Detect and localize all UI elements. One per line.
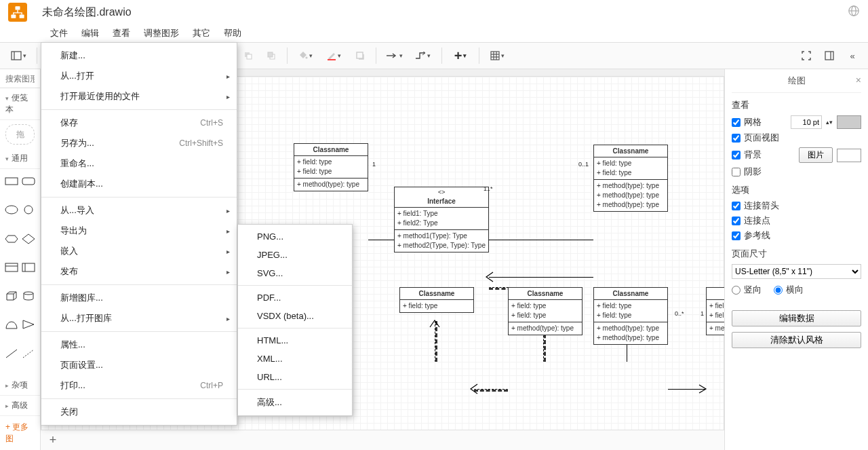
shape-cube[interactable]	[4, 288, 19, 304]
connection-dashed[interactable]	[474, 389, 508, 392]
sidebar-advanced[interactable]: 高级	[0, 396, 40, 416]
sidebar-scratchpad[interactable]: 便笺本	[0, 88, 40, 120]
export-menu-item[interactable]: SVG...	[238, 264, 352, 282]
shape-container[interactable]	[22, 259, 37, 276]
export-menu-item[interactable]: VSDX (beta)...	[238, 307, 352, 325]
menu-help[interactable]: 帮助	[217, 24, 248, 42]
shape-line[interactable]	[4, 345, 19, 362]
file-menu-item[interactable]: 嵌入	[41, 241, 237, 261]
pagesize-select[interactable]: US-Letter (8,5" x 11")	[732, 264, 861, 279]
file-menu-item[interactable]: 打印...Ctrl+P	[41, 375, 237, 396]
language-icon[interactable]	[845, 2, 863, 23]
pageview-checkbox[interactable]: 页面视图	[732, 132, 779, 144]
export-menu-item[interactable]: JPEG...	[238, 246, 352, 264]
menu-arrange[interactable]: 调整图形	[137, 24, 186, 42]
edit-data-button[interactable]: 编辑数据	[732, 310, 861, 326]
insert-button[interactable]: +	[448, 45, 473, 66]
file-menu-item[interactable]: 创建副本...	[41, 174, 237, 194]
panel-close-icon[interactable]: ×	[856, 75, 861, 86]
reset-style-button[interactable]: 清除默认风格	[732, 332, 861, 348]
collapse-button[interactable]: «	[842, 45, 863, 66]
table-button[interactable]	[485, 45, 511, 66]
export-menu-item[interactable]: PDF...	[238, 288, 352, 307]
shape-roundrect[interactable]	[22, 173, 37, 189]
shape-triangle[interactable]	[22, 316, 37, 333]
to-front-button[interactable]	[238, 45, 258, 66]
file-menu-item[interactable]: 页面设置...	[41, 355, 237, 375]
portrait-radio[interactable]: 竖向	[732, 284, 762, 296]
landscape-radio[interactable]: 横向	[774, 284, 804, 296]
export-menu-item[interactable]: HTML...	[238, 331, 352, 350]
shape-line2[interactable]	[22, 345, 37, 362]
waypoint-button[interactable]	[410, 45, 436, 66]
fullscreen-button[interactable]	[796, 45, 816, 66]
connection-button[interactable]	[382, 45, 408, 66]
uml-class[interactable]: Classname+ field: type+ field: type+ met…	[593, 145, 668, 212]
connection[interactable]	[489, 277, 593, 278]
menu-extras[interactable]: 其它	[186, 24, 217, 42]
shape-cylinder[interactable]	[22, 288, 37, 304]
shadow-button[interactable]	[350, 45, 370, 66]
sidebar-general[interactable]: 通用	[0, 149, 40, 169]
shape-card[interactable]	[4, 259, 19, 276]
file-menu-item[interactable]: 从...打开	[41, 66, 237, 86]
file-menu-item[interactable]: 发布	[41, 261, 237, 282]
file-menu-item[interactable]: 重命名...	[41, 153, 237, 174]
background-checkbox[interactable]: 背景	[732, 149, 762, 161]
file-menu-item[interactable]: 从...打开图库	[41, 308, 237, 329]
sidebar-misc[interactable]: 杂项	[0, 375, 40, 396]
export-menu-item[interactable]: XML...	[238, 350, 352, 368]
uml-class[interactable]: Classname+ field: type+ field: type+ met…	[593, 287, 668, 345]
file-menu-item[interactable]: 导出为	[41, 221, 237, 241]
menu-file[interactable]: 文件	[43, 24, 75, 42]
file-menu-item[interactable]: 保存Ctrl+S	[41, 113, 237, 133]
shape-circle[interactable]	[22, 202, 37, 218]
file-menu-item[interactable]: 新建...	[41, 45, 237, 66]
bg-color-swatch[interactable]	[837, 149, 861, 162]
export-menu-item[interactable]: PNG...	[238, 227, 352, 246]
shape-diamond[interactable]	[22, 231, 37, 247]
shape-rect[interactable]	[4, 173, 19, 189]
search-input[interactable]	[5, 74, 35, 83]
add-page-button[interactable]: +	[45, 432, 61, 449]
file-menu-item[interactable]: 关闭	[41, 402, 237, 422]
uml-class[interactable]: Classname+ field: type+ field: type+ met…	[508, 287, 583, 335]
document-title[interactable]: 未命名绘图.drawio	[42, 5, 845, 20]
bg-image-button[interactable]: 图片	[799, 147, 833, 163]
uml-class[interactable]: Classname+ field: type	[399, 287, 474, 313]
fill-color-button[interactable]	[293, 45, 319, 66]
search-shapes[interactable]	[0, 69, 40, 88]
view-mode-button[interactable]	[5, 45, 31, 66]
edge-label: 0..*	[675, 310, 684, 317]
export-menu-item[interactable]: 高级...	[238, 392, 352, 413]
connect-arrows-checkbox[interactable]: 连接箭头	[732, 200, 779, 212]
sidebar-more-shapes[interactable]: + 更多图	[0, 416, 40, 450]
grid-size-input[interactable]	[791, 115, 822, 129]
svg-marker-35	[5, 236, 18, 242]
shape-ellipse[interactable]	[4, 202, 19, 218]
grid-checkbox[interactable]: 网格	[732, 117, 762, 128]
svg-rect-1	[16, 6, 20, 10]
grid-color-swatch[interactable]	[837, 115, 861, 129]
uml-class[interactable]: Classname+ field: type+ field: type+ met…	[294, 143, 368, 191]
guides-checkbox[interactable]: 参考线	[732, 230, 770, 242]
file-menu-item[interactable]: 从...导入	[41, 200, 237, 221]
shape-hexagon[interactable]	[4, 231, 19, 247]
file-menu-item[interactable]: 打开最近使用的文件	[41, 86, 237, 107]
scratchpad-drop[interactable]: 拖	[5, 124, 35, 145]
app-logo[interactable]	[5, 0, 30, 24]
menu-edit[interactable]: 编辑	[75, 24, 106, 42]
uml-class[interactable]: <>Interface+ field1: Type+ field2: Type+…	[394, 187, 489, 252]
to-back-button[interactable]	[261, 45, 281, 66]
export-menu-item[interactable]: URL...	[238, 368, 352, 386]
format-panel-button[interactable]	[819, 45, 840, 66]
connect-points-checkbox[interactable]: 连接点	[732, 215, 770, 227]
shape-halfcircle[interactable]	[4, 316, 19, 333]
shadow-checkbox[interactable]: 阴影	[732, 166, 762, 178]
menu-view[interactable]: 查看	[106, 24, 137, 42]
file-menu-item[interactable]: 新增图库...	[41, 288, 237, 308]
uml-class[interactable]: Classname+ field: type+ field: type+ met…	[706, 287, 724, 335]
file-menu-item[interactable]: 另存为...Ctrl+Shift+S	[41, 133, 237, 153]
line-color-button[interactable]	[321, 45, 347, 66]
file-menu-item[interactable]: 属性...	[41, 335, 237, 355]
